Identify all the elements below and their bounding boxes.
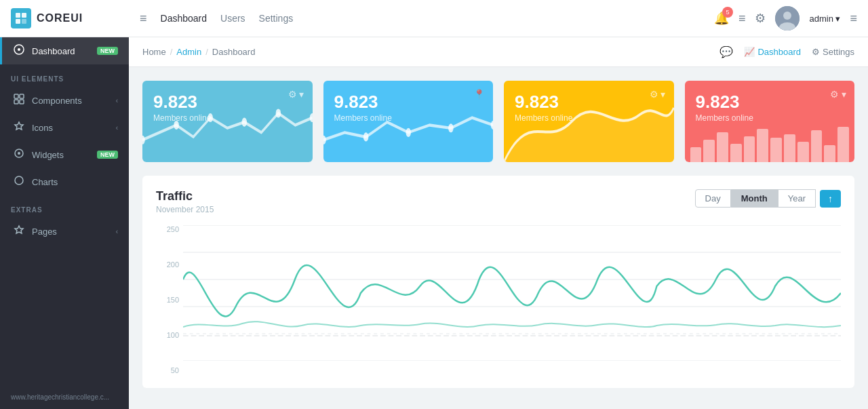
main-content: ⚙ ▾ 9.823 Members online 📍	[129, 67, 868, 409]
wave-yellow	[504, 81, 674, 162]
svg-point-20	[208, 113, 213, 122]
traffic-title-group: Traffic November 2015	[156, 189, 214, 214]
svg-point-26	[406, 128, 411, 137]
sidebar-item-charts[interactable]: Charts	[0, 168, 129, 195]
breadcrumb-home[interactable]: Home	[142, 47, 166, 57]
sidebar: Dashboard NEW UI ELEMENTS Components ‹	[0, 37, 129, 409]
nav-link-settings[interactable]: Settings	[259, 13, 294, 24]
list-icon[interactable]: ≡	[738, 12, 746, 26]
top-nav-links: Dashboard Users Settings	[161, 13, 294, 24]
svg-point-28	[490, 121, 493, 130]
svg-point-16	[15, 176, 23, 184]
nav-link-users[interactable]: Users	[220, 13, 245, 24]
breadcrumb-admin[interactable]: Admin	[176, 47, 201, 57]
breadcrumb-action-settings[interactable]: ⚙ Settings	[812, 47, 854, 57]
breadcrumb-action-settings-label: Settings	[823, 47, 854, 57]
main-layout: Dashboard NEW UI ELEMENTS Components ‹	[0, 37, 868, 409]
sidebar-item-components[interactable]: Components ‹	[0, 87, 129, 114]
y-label-250: 250	[156, 225, 183, 233]
y-label-50: 50	[156, 366, 183, 374]
svg-point-27	[448, 123, 454, 132]
hamburger-menu-icon[interactable]: ≡	[140, 12, 147, 26]
svg-rect-12	[20, 100, 24, 104]
trend-icon: 📈	[744, 47, 755, 57]
breadcrumb-action-dashboard[interactable]: 📈 Dashboard	[744, 47, 801, 57]
svg-rect-0	[16, 13, 20, 18]
notifications-button[interactable]: 🔔 5	[714, 11, 729, 26]
stat-cards-grid: ⚙ ▾ 9.823 Members online 📍	[142, 81, 854, 162]
settings-icon[interactable]: ⚙	[755, 11, 766, 26]
sidebar-item-icons[interactable]: Icons ‹	[0, 114, 129, 141]
bar-9	[797, 142, 809, 162]
time-btn-month[interactable]: Month	[731, 189, 778, 208]
chevron-pages-icon: ‹	[116, 228, 118, 235]
bar-8	[784, 134, 795, 162]
chart-line-secondary	[183, 322, 841, 327]
logo-icon	[11, 8, 31, 28]
sidebar-item-pages[interactable]: Pages ‹	[0, 218, 129, 245]
stat-gear-red[interactable]: ⚙ ▾	[830, 89, 846, 100]
stat-card-red: ⚙ ▾ 9.823 Members online	[685, 81, 855, 162]
charts-icon	[13, 175, 25, 189]
time-btn-day[interactable]: Day	[695, 189, 731, 208]
sidebar-label-icons: Icons	[32, 123, 109, 133]
bar-3	[717, 132, 728, 162]
comment-icon[interactable]: 💬	[719, 45, 733, 58]
bar-1	[690, 147, 702, 162]
bar-7	[770, 138, 782, 162]
svg-marker-13	[15, 122, 23, 130]
svg-rect-2	[16, 19, 20, 24]
bar-10	[811, 130, 823, 162]
stat-card-light-blue: 📍 9.823 Members online	[323, 81, 494, 162]
svg-rect-3	[22, 19, 26, 24]
bar-5	[744, 136, 755, 163]
sidebar-item-dashboard[interactable]: Dashboard NEW	[0, 37, 129, 64]
sidebar-label-charts: Charts	[32, 177, 118, 187]
traffic-subtitle: November 2015	[156, 205, 214, 214]
bar-6	[757, 129, 768, 163]
bar-11	[824, 145, 835, 162]
nav-link-dashboard[interactable]: Dashboard	[161, 13, 208, 24]
sparkline-light-blue	[323, 81, 494, 162]
avatar[interactable]	[775, 6, 800, 31]
y-label-200: 200	[156, 260, 183, 269]
dashboard-icon	[13, 44, 25, 58]
time-btn-year[interactable]: Year	[778, 189, 816, 208]
svg-rect-10	[20, 94, 24, 98]
sidebar-label-pages: Pages	[32, 227, 109, 237]
svg-rect-1	[22, 13, 26, 18]
upload-button[interactable]: ↑	[820, 190, 841, 208]
bar-2	[703, 140, 715, 162]
svg-point-21	[242, 118, 248, 127]
chevron-icons-icon: ‹	[116, 124, 118, 132]
stat-number-red: 9.823	[696, 93, 844, 111]
traffic-section: Traffic November 2015 Day Month Year ↑ 2…	[142, 176, 854, 388]
new-badge-widgets: NEW	[97, 151, 118, 159]
svg-rect-9	[14, 94, 18, 98]
icons-icon	[13, 121, 25, 134]
breadcrumb-sep-2: /	[205, 47, 208, 57]
nav-right: 🔔 5 ≡ ⚙ admin ▾ ≡	[714, 6, 857, 31]
svg-point-5	[783, 12, 791, 20]
breadcrumb: Home / Admin / Dashboard	[142, 47, 255, 57]
svg-point-22	[276, 109, 281, 117]
chart-line-main	[183, 265, 841, 316]
admin-dropdown[interactable]: admin ▾	[809, 14, 840, 24]
sidebar-section-extras: EXTRAS	[0, 195, 129, 218]
breadcrumb-actions: 💬 📈 Dashboard ⚙ Settings	[719, 45, 854, 58]
y-label-100: 100	[156, 331, 183, 339]
sidebar-item-widgets[interactable]: Widgets NEW	[0, 141, 129, 168]
red-bars	[685, 125, 855, 162]
chevron-components-icon: ‹	[116, 97, 118, 104]
bar-12	[837, 127, 849, 162]
traffic-chart: 250 200 150 100 50	[156, 225, 841, 374]
sidebar-label-components: Components	[32, 96, 109, 106]
y-label-150: 150	[156, 296, 183, 304]
right-hamburger-icon[interactable]: ≡	[850, 12, 857, 26]
chart-svg-area	[183, 225, 841, 361]
svg-point-15	[18, 152, 20, 155]
content-area: Home / Admin / Dashboard 💬 📈 Dashboard ⚙…	[129, 37, 868, 409]
svg-point-8	[18, 48, 20, 51]
svg-point-18	[142, 136, 145, 144]
sidebar-section-ui-elements: UI ELEMENTS	[0, 64, 129, 87]
